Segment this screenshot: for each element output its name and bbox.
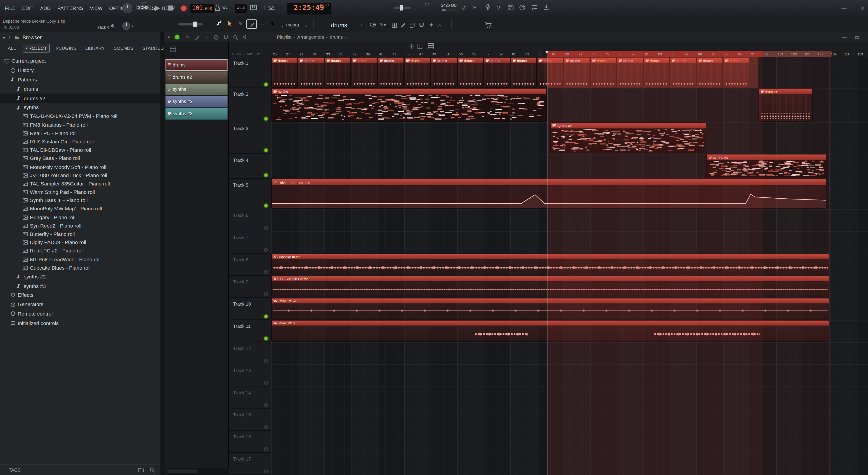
speaker-icon[interactable]: [110, 23, 116, 28]
clip-01-S-Sustain-Gtr-2[interactable]: 01 S Sustain Gtr #2: [271, 276, 829, 297]
pattern-item-synths[interactable]: synths: [165, 84, 227, 95]
track-activity-dot[interactable]: [264, 173, 268, 177]
tree-item[interactable]: Grey Bass - Piano roll: [0, 154, 160, 162]
tree-item[interactable]: 01 S Sustain Gtr - Piano roll: [0, 138, 160, 146]
pl-detach-icon[interactable]: ▤: [855, 35, 859, 39]
pat-song-toggle[interactable]: PAT SONG: [136, 2, 151, 10]
pl-slip-icon[interactable]: ↔: [204, 35, 209, 39]
tree-item[interactable]: TAL Eli-OBSaw - Piano roll: [0, 146, 160, 154]
playlist-menu-icon[interactable]: ▸: [168, 35, 170, 39]
tree-item[interactable]: Syn Reed2 - Piano roll: [0, 222, 160, 230]
track-activity-dot[interactable]: [264, 117, 268, 121]
pattern-panel-scroll-thumb[interactable]: [166, 470, 197, 473]
clip-drums[interactable]: drums: [723, 57, 749, 88]
record-button[interactable]: [180, 4, 188, 12]
track-lane[interactable]: [271, 431, 868, 453]
chat-icon[interactable]: [531, 5, 537, 10]
track-activity-dot[interactable]: [264, 447, 268, 451]
search-icon[interactable]: [149, 467, 155, 473]
tab-plugins[interactable]: PLUGINS: [54, 44, 79, 52]
maximize-button[interactable]: □: [852, 5, 855, 11]
playlist-grid[interactable]: drumsdrumsdrumsdrumsdrumsdrumsdrumsdrums…: [271, 57, 868, 475]
menu-patterns[interactable]: PATTERNS: [54, 5, 87, 11]
clip-drums[interactable]: drums: [537, 57, 564, 88]
tree-item[interactable]: Warm String Pad - Piano roll: [0, 188, 160, 196]
pl-pencil-icon[interactable]: ✎: [186, 35, 189, 39]
tags-folder-icon[interactable]: [138, 468, 144, 472]
tree-item[interactable]: Generators: [0, 300, 160, 309]
track-activity-dot[interactable]: [264, 425, 268, 429]
clip-drums[interactable]: drums: [670, 57, 696, 88]
song-mode-label[interactable]: SONG: [136, 5, 151, 10]
tree-item[interactable]: Cupcake Blues - Piano roll: [0, 264, 160, 272]
clip-drums[interactable]: drums: [377, 57, 404, 88]
selector-none[interactable]: (none): [286, 23, 299, 28]
tree-item[interactable]: drums: [0, 84, 160, 94]
breadcrumb-item[interactable]: drums: [330, 34, 343, 40]
levels-icon[interactable]: [260, 5, 266, 10]
track-header[interactable]: Track 3: [228, 122, 271, 154]
clip-synths-3[interactable]: synths #3: [706, 154, 827, 178]
track-header[interactable]: Track 11: [228, 320, 271, 342]
clip-drums[interactable]: drums: [696, 57, 723, 88]
track-header[interactable]: Track 10: [228, 298, 271, 320]
stop-button[interactable]: [166, 4, 174, 12]
clip-drums[interactable]: drums: [351, 57, 378, 88]
prev-arrow-icon[interactable]: ◂: [281, 24, 283, 28]
browser-up-icon[interactable]: ↑: [8, 35, 11, 40]
help-icon[interactable]: ?: [497, 4, 500, 11]
tree-item[interactable]: RealLPC - Piano roll: [0, 129, 160, 138]
add-pattern-button[interactable]: +: [360, 22, 363, 28]
pat-mode-label[interactable]: PAT: [136, 2, 151, 5]
tab-project[interactable]: PROJECT: [23, 43, 50, 53]
menu-file[interactable]: FILE: [2, 5, 19, 11]
pattern-panel-scrollbar[interactable]: [166, 468, 229, 475]
time-display[interactable]: 2:25:49 M:S:CS: [287, 3, 331, 14]
track-lane[interactable]: [271, 209, 868, 232]
track-lane[interactable]: [271, 409, 868, 431]
timeline-ruler[interactable]: 2527293133353739414345474951535557596163…: [271, 51, 868, 57]
breadcrumb-item[interactable]: Arrangement: [297, 34, 324, 40]
pencil-menu-icon[interactable]: ✎▾: [380, 22, 386, 28]
menu-add[interactable]: ADD: [37, 5, 54, 11]
keyboard-icon[interactable]: [250, 5, 257, 10]
draw-tool-button[interactable]: [225, 20, 235, 28]
clip-drums[interactable]: drums: [457, 57, 484, 88]
slip-tool-button[interactable]: ↔: [257, 20, 267, 28]
browser-collapse-icon[interactable]: ▸: [3, 35, 5, 39]
position-display[interactable]: 3:2: [235, 4, 247, 13]
pattern-item-drums-2[interactable]: drums #2: [165, 71, 227, 83]
move-icon[interactable]: [409, 43, 414, 49]
wand-icon[interactable]: [429, 22, 434, 28]
track-header[interactable]: Track 2: [228, 88, 271, 122]
scissors-icon[interactable]: ✂: [473, 4, 477, 11]
add-track-button[interactable]: +: [231, 52, 234, 57]
tree-item[interactable]: synths #2: [0, 272, 160, 281]
track-header[interactable]: Track 5: [228, 179, 271, 209]
track-header[interactable]: Track 6: [228, 209, 271, 231]
tree-item[interactable]: Patterns: [0, 75, 160, 84]
clip-drums[interactable]: drums: [643, 57, 670, 88]
pl-magnet-icon[interactable]: [224, 35, 228, 39]
tree-item[interactable]: Initialized controls: [0, 319, 160, 328]
playhead-marker[interactable]: [545, 51, 548, 54]
copy-icon[interactable]: [410, 23, 414, 28]
minimize-button[interactable]: —: [841, 5, 846, 11]
shuffle-slider-thumb[interactable]: [400, 5, 403, 10]
tree-item[interactable]: Remote control: [0, 309, 160, 319]
tree-item[interactable]: Current project: [0, 57, 160, 66]
record-arm-icon[interactable]: [175, 35, 179, 39]
track-activity-dot[interactable]: [264, 359, 268, 363]
clip-drums[interactable]: drums: [484, 57, 510, 88]
tree-item[interactable]: Digity PAD09 - Piano roll: [0, 238, 160, 247]
track-lane[interactable]: [271, 364, 868, 387]
hint-knob[interactable]: [122, 22, 130, 30]
tree-item[interactable]: Butterfly - Piano roll: [0, 230, 160, 238]
clip-drums[interactable]: drums: [431, 57, 457, 88]
pl-zoom-icon[interactable]: [233, 35, 238, 39]
half-grid-icon[interactable]: [417, 43, 423, 49]
pattern-mode-button[interactable]: [215, 20, 224, 28]
track-lane[interactable]: [271, 386, 868, 409]
clip-RealLPC-3[interactable]: RealLPC #3: [271, 298, 829, 319]
track-activity-dot[interactable]: [264, 292, 268, 296]
